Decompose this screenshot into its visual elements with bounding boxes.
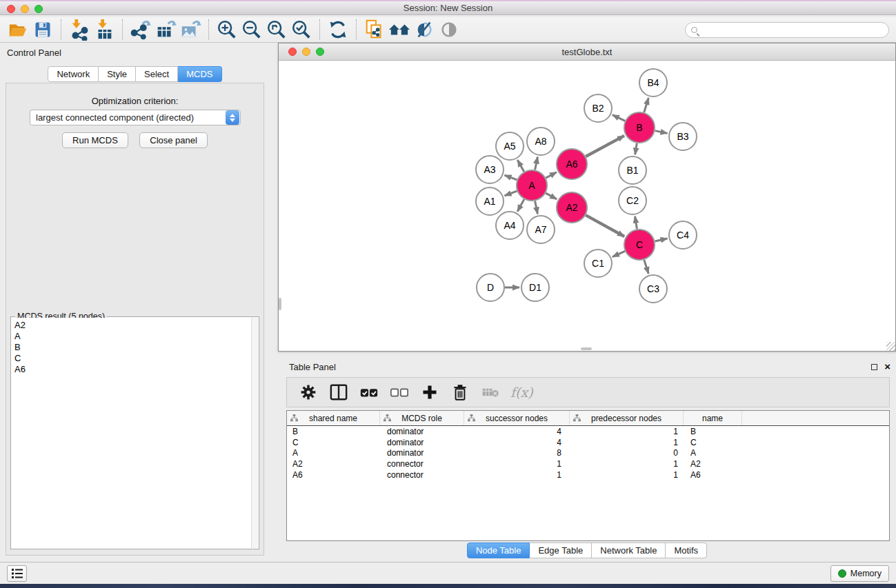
network-hscrollbar[interactable] [581,347,592,350]
delete-columns-button[interactable] [450,382,470,403]
tab-node-table[interactable]: Node Table [467,543,530,558]
float-table-panel-icon[interactable] [871,364,877,370]
hide-graphics-details-button[interactable] [412,18,437,41]
mcds-result-item[interactable]: A [14,331,258,342]
network-node-C4[interactable]: C4 [669,221,697,249]
import-table-button[interactable] [92,18,117,41]
run-mcds-button[interactable]: Run MCDS [62,132,128,148]
network-edge-B-B2[interactable] [613,115,625,121]
zoom-network-button[interactable] [316,48,324,56]
table-cell[interactable]: dominator [380,427,464,436]
network-node-B3[interactable]: B3 [669,123,697,150]
function-builder-button[interactable]: f(x) [510,385,533,400]
network-edge-B-B4[interactable] [644,98,648,112]
network-edge-C-C4[interactable] [655,239,667,241]
export-image-button[interactable] [178,18,203,41]
mcds-result-item[interactable]: C [14,353,258,364]
column-header-predecessor-nodes[interactable]: predecessor nodes [570,411,684,425]
network-node-A7[interactable]: A7 [527,216,555,243]
table-cell[interactable]: 0 [570,448,684,458]
export-table-button[interactable] [153,18,178,41]
mcds-result-item[interactable]: B [14,342,258,353]
table-row[interactable]: Adominator80A [287,448,889,459]
network-node-A5[interactable]: A5 [496,132,524,160]
table-cell[interactable]: 1 [570,470,684,480]
table-cell[interactable]: A2 [684,459,742,469]
table-cell[interactable]: C [287,438,380,447]
table-cell[interactable]: B [684,427,742,436]
import-network-button[interactable] [67,18,92,41]
zoom-in-button[interactable] [215,18,239,41]
zoom-out-button[interactable] [239,18,264,41]
network-node-A2[interactable]: A2 [557,192,587,223]
duplicate-network-button[interactable] [362,18,387,41]
memory-button[interactable]: Memory [830,565,889,582]
network-edge-A-A1[interactable] [505,191,517,196]
table-row[interactable]: Cdominator41C [287,437,889,448]
show-graphics-details-button[interactable] [437,18,461,41]
tab-style[interactable]: Style [99,66,136,82]
network-edge-C-C2[interactable] [635,216,637,230]
zoom-window-button[interactable] [34,5,43,13]
network-edge-B-B1[interactable] [635,143,637,155]
column-header-successor-nodes[interactable]: successor nodes [464,411,570,425]
table-cell[interactable]: 4 [464,427,570,436]
network-node-D[interactable]: D [477,274,504,301]
table-cell[interactable]: dominator [380,448,464,458]
mcds-result-list[interactable]: A2ABCA6 [12,318,258,548]
network-edge-B-B3[interactable] [655,131,668,134]
export-network-button[interactable] [128,18,153,41]
show-columns-button[interactable] [328,382,349,403]
tab-network[interactable]: Network [48,66,99,82]
network-node-A8[interactable]: A8 [527,128,555,155]
network-edge-A-A3[interactable] [505,175,517,180]
deselect-all-button[interactable] [389,382,410,403]
tab-select[interactable]: Select [136,66,178,82]
first-neighbors-button[interactable] [387,18,412,41]
table-cell[interactable]: connector [380,459,464,469]
mcds-result-item[interactable]: A2 [14,320,258,331]
refresh-view-button[interactable] [326,18,350,41]
network-node-B1[interactable]: B1 [619,156,646,184]
table-cell[interactable]: B [287,427,380,436]
network-edge-C-C1[interactable] [613,251,625,256]
network-node-C[interactable]: C [624,230,655,260]
network-edge-A-A6[interactable] [546,172,557,178]
tab-mcds[interactable]: MCDS [178,66,221,82]
close-table-panel-icon[interactable]: × [884,363,890,370]
network-node-C3[interactable]: C3 [639,275,667,303]
network-node-B4[interactable]: B4 [639,69,667,97]
network-edge-A2-C[interactable] [586,215,624,236]
close-window-button[interactable] [7,5,15,13]
destroy-table-button[interactable] [480,382,501,403]
network-edge-A-A8[interactable] [535,157,538,170]
show-panels-button[interactable] [7,565,27,582]
network-node-A6[interactable]: A6 [557,149,587,179]
network-node-B[interactable]: B [624,112,655,143]
network-node-D1[interactable]: D1 [521,274,549,301]
table-row[interactable]: Bdominator41B [287,426,889,437]
table-cell[interactable]: 1 [464,470,570,480]
table-cell[interactable]: 1 [570,427,684,436]
fit-content-button[interactable] [264,18,289,41]
network-node-A[interactable]: A [517,170,547,201]
table-cell[interactable]: A6 [287,470,380,480]
search-input[interactable] [685,22,889,38]
minimize-network-button[interactable] [302,48,310,56]
network-canvas[interactable]: B4B2BB3A8A5A6A3B1AA1C2A2A4A7C4CC1DD1C3 [279,61,895,351]
table-cell[interactable]: A [287,448,380,458]
network-node-C2[interactable]: C2 [619,187,646,214]
network-edge-A-A4[interactable] [517,199,524,212]
save-session-button[interactable] [30,18,55,41]
create-column-button[interactable] [419,382,440,403]
table-cell[interactable]: A [684,448,742,458]
network-edge-A-A5[interactable] [517,160,524,172]
table-cell[interactable]: 8 [464,448,570,458]
resize-grip[interactable] [886,342,895,351]
network-edge-A-A7[interactable] [535,201,538,214]
tab-edge-table[interactable]: Edge Table [530,543,592,558]
table-cell[interactable]: A2 [287,459,380,469]
network-node-A4[interactable]: A4 [496,212,524,239]
table-cell[interactable]: 1 [570,459,684,469]
network-window-titlebar[interactable]: testGlobe.txt [279,43,895,61]
